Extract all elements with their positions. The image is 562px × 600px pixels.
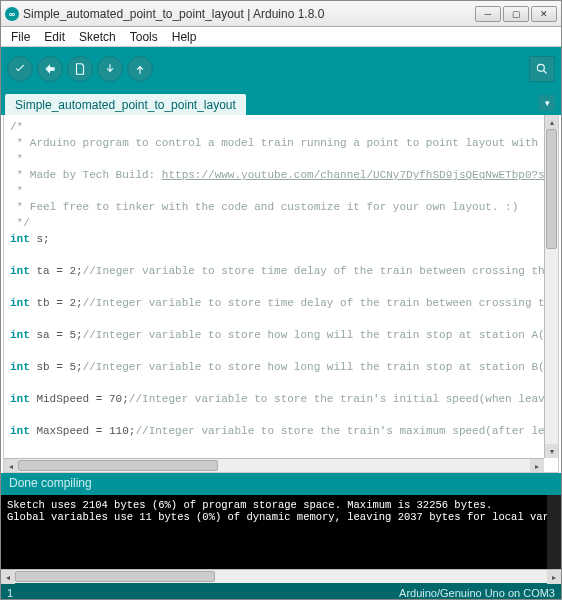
line-number: 1 <box>7 587 27 599</box>
window-title: Simple_automated_point_to_point_layout |… <box>23 7 475 21</box>
console-horizontal-scrollbar[interactable]: ◂ ▸ <box>1 569 561 583</box>
scroll-thumb[interactable] <box>15 571 215 582</box>
save-button[interactable] <box>127 56 153 82</box>
footer-bar: 1 Arduino/Genuino Uno on COM3 <box>1 583 561 600</box>
menu-tools[interactable]: Tools <box>124 30 164 44</box>
console-line: Sketch uses 2104 bytes (6%) of program s… <box>7 499 555 511</box>
open-button[interactable] <box>97 56 123 82</box>
menu-sketch[interactable]: Sketch <box>73 30 122 44</box>
maximize-button[interactable]: ▢ <box>503 6 529 22</box>
minimize-button[interactable]: ─ <box>475 6 501 22</box>
tab-menu-button[interactable]: ▾ <box>539 95 555 111</box>
sketch-tab[interactable]: Simple_automated_point_to_point_layout <box>5 94 246 115</box>
editor-vertical-scrollbar[interactable]: ▴ ▾ <box>544 115 558 458</box>
editor-horizontal-scrollbar[interactable]: ◂ ▸ <box>4 458 544 472</box>
tab-row: Simple_automated_point_to_point_layout ▾ <box>1 91 561 115</box>
board-info: Arduino/Genuino Uno on COM3 <box>27 587 555 599</box>
menu-file[interactable]: File <box>5 30 36 44</box>
close-button[interactable]: ✕ <box>531 6 557 22</box>
new-button[interactable] <box>67 56 93 82</box>
console-vertical-scrollbar[interactable] <box>547 495 561 569</box>
verify-button[interactable] <box>7 56 33 82</box>
scroll-down-icon[interactable]: ▾ <box>545 444 559 458</box>
console-line: Global variables use 11 bytes (0%) of dy… <box>7 511 555 523</box>
code-content[interactable]: /* * Arduino program to control a model … <box>4 115 558 473</box>
upload-button[interactable] <box>37 56 63 82</box>
scroll-right-icon[interactable]: ▸ <box>547 570 561 584</box>
menu-help[interactable]: Help <box>166 30 203 44</box>
console-output[interactable]: Sketch uses 2104 bytes (6%) of program s… <box>1 495 561 569</box>
scroll-up-icon[interactable]: ▴ <box>545 115 559 129</box>
code-editor[interactable]: /* * Arduino program to control a model … <box>3 115 559 473</box>
titlebar: ∞ Simple_automated_point_to_point_layout… <box>1 1 561 27</box>
svg-point-0 <box>537 64 544 71</box>
scroll-left-icon[interactable]: ◂ <box>4 459 18 473</box>
app-icon: ∞ <box>5 7 19 21</box>
scroll-left-icon[interactable]: ◂ <box>1 570 15 584</box>
menu-edit[interactable]: Edit <box>38 30 71 44</box>
toolbar <box>1 47 561 91</box>
scroll-thumb[interactable] <box>546 129 557 249</box>
scroll-right-icon[interactable]: ▸ <box>530 459 544 473</box>
serial-monitor-button[interactable] <box>529 56 555 82</box>
status-bar: Done compiling <box>1 473 561 495</box>
scroll-thumb[interactable] <box>18 460 218 471</box>
menubar: File Edit Sketch Tools Help <box>1 27 561 47</box>
